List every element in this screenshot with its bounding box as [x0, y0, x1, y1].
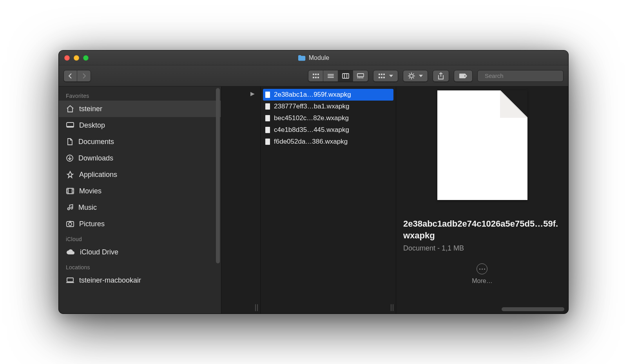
file-name: bec45102c…82e.wxapkg [274, 114, 349, 122]
svg-rect-2 [317, 74, 319, 75]
sidebar-item-applications[interactable]: Applications [59, 166, 221, 183]
svg-rect-20 [379, 77, 380, 78]
svg-line-31 [413, 74, 414, 74]
laptop-icon [66, 277, 74, 283]
svg-rect-6 [328, 74, 334, 75]
sidebar-scrollbar[interactable] [216, 88, 220, 263]
sidebar-item-label: Desktop [79, 121, 105, 130]
sidebar-item-label: iCloud Drive [80, 248, 118, 256]
tags-button[interactable] [454, 70, 473, 82]
file-row[interactable]: 2e38abc1a…959f.wxapkg [263, 89, 393, 101]
document-icon [265, 103, 271, 110]
file-list-column: 2e38abc1a…959f.wxapkg 238777eff3…ba1.wxa… [261, 86, 396, 314]
search-input[interactable] [485, 72, 559, 79]
sidebar-item-pictures[interactable]: Pictures [59, 216, 221, 232]
sidebar-item-computer[interactable]: tsteiner-macbookair [59, 272, 221, 288]
titlebar: Module [59, 50, 568, 65]
svg-rect-22 [383, 77, 385, 78]
svg-rect-50 [265, 92, 270, 98]
group-by-button[interactable] [373, 70, 398, 82]
svg-rect-14 [359, 77, 360, 78]
forward-button[interactable] [77, 70, 91, 81]
preview-file-meta: Document - 1,1 MB [403, 244, 561, 252]
more-actions-button[interactable] [477, 263, 487, 274]
column-view-button[interactable] [338, 70, 353, 81]
sidebar-group-header: iCloud [59, 232, 221, 244]
cloud-icon [66, 249, 75, 255]
svg-line-29 [413, 77, 414, 78]
sidebar-item-home[interactable]: tsteiner [59, 101, 221, 117]
toolbar [59, 65, 568, 86]
back-button[interactable] [64, 70, 77, 81]
nav-segment [63, 70, 91, 82]
gallery-view-button[interactable] [353, 70, 368, 81]
file-name: 2e38abc1a…959f.wxapkg [274, 91, 351, 99]
sidebar-item-documents[interactable]: Documents [59, 133, 221, 150]
document-icon [265, 138, 271, 145]
preview-pane: 2e38abc1adb2e74c1026a5e75d5…59f.wxapkg D… [396, 86, 568, 314]
sidebar-item-label: Downloads [78, 154, 113, 162]
share-button[interactable] [433, 70, 449, 82]
file-name: f6de052da…386.wxapkg [274, 138, 348, 146]
preview-scrollbar[interactable] [502, 307, 564, 311]
svg-rect-38 [67, 188, 74, 194]
file-row[interactable]: 238777eff3…ba1.wxapkg [261, 101, 396, 112]
sidebar-item-label: tsteiner [79, 105, 102, 113]
sidebar-group-header: Favorites [59, 89, 221, 101]
column-resize-handle[interactable] [391, 304, 393, 311]
sidebar-item-label: tsteiner-macbookair [79, 276, 141, 285]
sidebar-item-label: Music [78, 204, 97, 212]
movies-icon [66, 187, 74, 195]
svg-rect-13 [357, 77, 359, 78]
parent-column[interactable]: ▶ [221, 86, 261, 314]
view-switcher [308, 70, 368, 82]
preview-file-name: 2e38abc1adb2e74c1026a5e75d5…59f.wxapkg [403, 218, 561, 241]
svg-rect-4 [315, 77, 317, 78]
sidebar-item-label: Movies [79, 187, 101, 195]
svg-rect-19 [383, 74, 385, 75]
column-view: ▶ 2e38abc1a…959f.wxapkg 238777eff3…ba1.w… [221, 86, 568, 314]
svg-rect-15 [361, 77, 362, 78]
sidebar-item-movies[interactable]: Movies [59, 183, 221, 199]
action-menu-button[interactable] [403, 70, 428, 82]
file-row[interactable]: c4e1b8d35…445.wxapkg [261, 124, 396, 136]
desktop-icon [66, 122, 74, 129]
sidebar-item-label: Applications [79, 171, 117, 179]
svg-rect-5 [317, 77, 319, 78]
file-name: c4e1b8d35…445.wxapkg [274, 126, 349, 134]
file-row[interactable]: f6de052da…386.wxapkg [261, 136, 396, 148]
preview-thumbnail [437, 90, 527, 200]
home-icon [66, 105, 74, 113]
svg-rect-7 [328, 76, 334, 76]
more-label: More… [472, 278, 492, 285]
svg-point-23 [410, 74, 413, 77]
svg-line-28 [409, 74, 410, 74]
list-view-button[interactable] [323, 70, 338, 81]
svg-rect-51 [265, 103, 270, 110]
icon-view-button[interactable] [308, 70, 323, 81]
sidebar-item-label: Pictures [79, 220, 105, 228]
svg-rect-48 [67, 278, 73, 282]
sidebar-item-label: Documents [78, 138, 114, 146]
sidebar-item-desktop[interactable]: Desktop [59, 117, 221, 133]
file-row[interactable]: bec45102c…82e.wxapkg [261, 112, 396, 124]
sidebar-item-icloud-drive[interactable]: iCloud Drive [59, 244, 221, 260]
document-icon [265, 115, 271, 122]
pictures-icon [66, 220, 74, 227]
file-name: 238777eff3…ba1.wxapkg [274, 103, 350, 110]
folder-icon [298, 55, 306, 61]
search-field[interactable] [477, 70, 564, 82]
svg-rect-52 [265, 115, 270, 121]
document-icon [265, 91, 271, 98]
svg-rect-0 [313, 74, 314, 75]
svg-rect-47 [69, 221, 71, 222]
svg-line-30 [409, 77, 410, 78]
svg-rect-17 [379, 74, 380, 75]
sidebar-item-downloads[interactable]: Downloads [59, 150, 221, 166]
column-resize-handle[interactable] [255, 304, 258, 311]
svg-rect-21 [381, 77, 382, 78]
sidebar-group-header: Locations [59, 260, 221, 272]
window-title: Module [309, 54, 329, 61]
sidebar-item-music[interactable]: Music [59, 199, 221, 216]
downloads-icon [66, 154, 74, 162]
